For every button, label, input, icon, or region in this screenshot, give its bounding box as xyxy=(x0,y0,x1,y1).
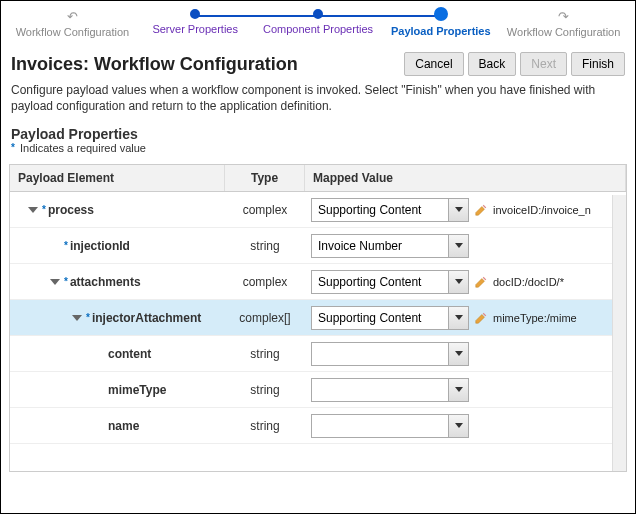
step-dot-icon xyxy=(313,9,323,19)
table-header: Payload Element Type Mapped Value xyxy=(10,165,626,192)
mapped-value-input[interactable] xyxy=(312,239,448,253)
cell-element: content xyxy=(10,343,225,365)
mapped-value-select[interactable] xyxy=(311,234,469,258)
table-row[interactable]: contentstring xyxy=(10,336,626,372)
step-label: Server Properties xyxy=(134,23,257,35)
stepper-prev-label: Workflow Configuration xyxy=(11,26,134,38)
expand-toggle-icon[interactable] xyxy=(72,315,82,321)
cell-type: complex xyxy=(225,199,305,221)
element-name: attachments xyxy=(70,275,141,289)
cell-type: complex[] xyxy=(225,307,305,329)
table-row[interactable]: *attachmentscomplexdocID:/docID/* xyxy=(10,264,626,300)
table-row[interactable]: mimeTypestring xyxy=(10,372,626,408)
cell-type: string xyxy=(225,235,305,257)
col-payload-element[interactable]: Payload Element xyxy=(10,165,225,191)
step-label: Payload Properties xyxy=(379,25,502,37)
dropdown-button[interactable] xyxy=(448,271,468,293)
table-row[interactable]: *injectorAttachmentcomplex[]mimeType:/mi… xyxy=(10,300,626,336)
cell-type: string xyxy=(225,415,305,437)
scrollbar[interactable] xyxy=(612,195,626,471)
stepper-step-component[interactable]: Component Properties xyxy=(257,9,380,38)
mapped-value-select[interactable] xyxy=(311,342,469,366)
cell-mapped xyxy=(305,410,626,442)
cell-type: string xyxy=(225,343,305,365)
finish-button[interactable]: Finish xyxy=(571,52,625,76)
step-dot-icon xyxy=(190,9,200,19)
next-button: Next xyxy=(520,52,567,76)
table-row[interactable]: *processcomplexinvoiceID:/invoice_n xyxy=(10,192,626,228)
required-asterisk-icon: * xyxy=(42,204,46,215)
page-description: Configure payload values when a workflow… xyxy=(1,82,635,122)
step-dot-icon xyxy=(434,7,448,21)
mapped-value-select[interactable] xyxy=(311,270,469,294)
element-name: injectionId xyxy=(70,239,130,253)
mapped-value-select[interactable] xyxy=(311,198,469,222)
dropdown-button[interactable] xyxy=(448,199,468,221)
mapped-value-input[interactable] xyxy=(312,203,448,217)
stepper-prev-nav[interactable]: ↶ Workflow Configuration xyxy=(11,9,134,38)
table-row[interactable]: *injectionIdstring xyxy=(10,228,626,264)
tree-spacer xyxy=(94,423,104,429)
dropdown-button[interactable] xyxy=(448,235,468,257)
cell-element: *injectionId xyxy=(10,235,225,257)
tree-spacer xyxy=(94,387,104,393)
cell-element: *process xyxy=(10,199,225,221)
element-name: process xyxy=(48,203,94,217)
required-asterisk-icon: * xyxy=(86,312,90,323)
stepper-next-nav[interactable]: ↷ Workflow Configuration xyxy=(502,9,625,38)
cell-type: string xyxy=(225,379,305,401)
element-name: mimeType xyxy=(108,383,166,397)
cell-mapped xyxy=(305,230,626,262)
required-asterisk-icon: * xyxy=(64,240,68,251)
col-mapped-value[interactable]: Mapped Value xyxy=(305,165,626,191)
required-note: * Indicates a required value xyxy=(1,142,635,160)
cell-element: name xyxy=(10,415,225,437)
dropdown-button[interactable] xyxy=(448,307,468,329)
pencil-icon[interactable] xyxy=(473,274,489,290)
element-name: injectorAttachment xyxy=(92,311,201,325)
expand-toggle-icon[interactable] xyxy=(28,207,38,213)
cell-element: mimeType xyxy=(10,379,225,401)
mapped-expression: mimeType:/mime xyxy=(493,312,577,324)
page-title: Invoices: Workflow Configuration xyxy=(11,54,298,75)
pencil-icon[interactable] xyxy=(473,202,489,218)
mapped-value-select[interactable] xyxy=(311,378,469,402)
arrow-right-icon: ↷ xyxy=(502,9,625,24)
stepper-step-server[interactable]: Server Properties xyxy=(134,9,257,38)
tree-spacer xyxy=(50,243,60,249)
dropdown-button[interactable] xyxy=(448,343,468,365)
table-row[interactable]: namestring xyxy=(10,408,626,444)
wizard-stepper: ↶ Workflow Configuration Server Properti… xyxy=(1,1,635,44)
required-note-text: Indicates a required value xyxy=(20,142,146,154)
cell-mapped: invoiceID:/invoice_n xyxy=(305,194,626,226)
expand-toggle-icon[interactable] xyxy=(50,279,60,285)
arrow-left-icon: ↶ xyxy=(11,9,134,24)
section-title: Payload Properties xyxy=(1,122,635,142)
col-type[interactable]: Type xyxy=(225,165,305,191)
cell-mapped xyxy=(305,338,626,370)
cell-element: *attachments xyxy=(10,271,225,293)
mapped-expression: invoiceID:/invoice_n xyxy=(493,204,591,216)
mapped-expression: docID:/docID/* xyxy=(493,276,564,288)
mapped-value-select[interactable] xyxy=(311,306,469,330)
mapped-value-input[interactable] xyxy=(312,275,448,289)
payload-table: Payload Element Type Mapped Value *proce… xyxy=(9,164,627,472)
dropdown-button[interactable] xyxy=(448,379,468,401)
cancel-button[interactable]: Cancel xyxy=(404,52,463,76)
pencil-icon[interactable] xyxy=(473,310,489,326)
mapped-value-input[interactable] xyxy=(312,383,448,397)
tree-spacer xyxy=(94,351,104,357)
back-button[interactable]: Back xyxy=(468,52,517,76)
element-name: content xyxy=(108,347,151,361)
mapped-value-input[interactable] xyxy=(312,311,448,325)
mapped-value-input[interactable] xyxy=(312,419,448,433)
stepper-step-payload[interactable]: Payload Properties xyxy=(379,9,502,38)
step-label: Component Properties xyxy=(257,23,380,35)
element-name: name xyxy=(108,419,139,433)
dropdown-button[interactable] xyxy=(448,415,468,437)
mapped-value-select[interactable] xyxy=(311,414,469,438)
table-body: *processcomplexinvoiceID:/invoice_n*inje… xyxy=(10,192,626,468)
required-asterisk-icon: * xyxy=(64,276,68,287)
cell-mapped: docID:/docID/* xyxy=(305,266,626,298)
mapped-value-input[interactable] xyxy=(312,347,448,361)
